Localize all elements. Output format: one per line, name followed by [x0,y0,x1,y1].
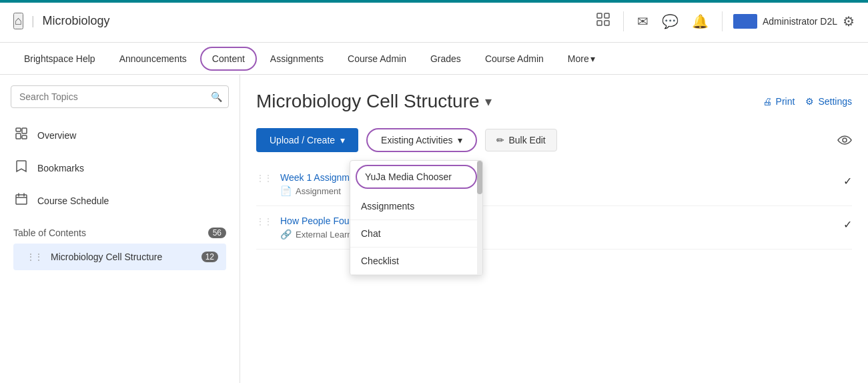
sidebar: 🔍 Overview [0,75,240,383]
nav-more-label: More [568,53,589,64]
dropdown-scroll: YuJa Media Chooser Assignments Chat Chec… [350,161,482,275]
svg-rect-3 [604,21,609,25]
nav-assignments[interactable]: Assignments [260,45,334,72]
toc-label: Table of Contents [13,228,86,238]
nav-more[interactable]: More ▾ [557,45,606,72]
toc-item-microbiology[interactable]: ⋮⋮ Microbiology Cell Structure 12 [13,244,226,270]
content-list: ⋮⋮ Week 1 Assignment D... 📄 Assignment ✓… [256,163,852,250]
mail-icon[interactable]: ✉ [637,13,648,29]
svg-rect-4 [16,128,21,131]
drag-handle-1[interactable]: ⋮⋮ [256,217,272,226]
toc-item-count: 12 [201,252,218,262]
top-bar-left: ⌂ | Microbiology [13,13,110,29]
content-item-0: ⋮⋮ Week 1 Assignment D... 📄 Assignment ✓ [256,163,852,206]
sidebar-nav: Overview Bookmarks Cours [0,119,240,217]
nav-brightspace-help[interactable]: Brightspace Help [13,45,106,72]
svg-rect-2 [597,21,602,25]
existing-activities-button[interactable]: Existing Activities ▾ [366,128,477,152]
settings-label: Settings [818,96,852,107]
bulk-edit-icon: ✏ [496,135,504,145]
dropdown-item-assignments[interactable]: Assignments [350,193,482,220]
page-title: Microbiology Cell Structure ▾ [256,91,492,112]
item-check-0: ✓ [843,175,852,187]
main-layout: 🔍 Overview [0,75,868,383]
user-avatar [733,14,757,29]
print-icon: 🖨 [763,96,772,107]
svg-rect-7 [22,135,27,139]
toc-item-label: Microbiology Cell Structure [51,252,162,262]
overview-icon [13,127,29,143]
scrollbar-track [477,161,482,275]
header-actions: 🖨 Print ⚙ Settings [763,96,852,107]
sidebar-item-overview[interactable]: Overview [5,119,234,151]
drag-handle[interactable]: ⋮⋮ [27,252,43,262]
user-name: Administrator D2L [763,16,837,27]
top-bar-right: ✉ 💬 🔔 Administrator D2L ⚙ [596,11,855,31]
page-title-text: Microbiology Cell Structure [256,91,480,112]
svg-rect-5 [16,133,21,139]
nav-course-admin-2[interactable]: Course Admin [474,45,554,72]
gear-icon[interactable]: ⚙ [843,13,855,29]
existing-label: Existing Activities [381,135,452,145]
user-section: Administrator D2L ⚙ [733,13,855,29]
nav-grades[interactable]: Grades [420,45,472,72]
sidebar-item-schedule[interactable]: Course Schedule [5,184,234,217]
toc-count: 56 [208,228,226,238]
top-bar: ⌂ | Microbiology ✉ 💬 🔔 Administrator D2L… [0,0,868,43]
toc-header: Table of Contents 56 [13,222,226,244]
search-icon[interactable]: 🔍 [211,91,222,102]
calendar-icon [13,192,29,209]
dropdown-item-chat[interactable]: Chat [350,220,482,248]
action-buttons: Upload / Create ▾ Existing Activities ▾ … [256,128,852,152]
scrollbar-thumb[interactable] [477,161,482,194]
nav-content[interactable]: Content [200,47,257,71]
sidebar-item-label-overview: Overview [37,130,76,141]
item-icon-1: 🔗 [280,229,292,240]
content-header: Microbiology Cell Structure ▾ 🖨 Print ⚙ … [256,91,852,112]
title-chevron[interactable]: ▾ [485,93,492,109]
nav-bar: Brightspace Help Announcements Content A… [0,43,868,75]
settings-icon: ⚙ [805,96,814,107]
print-button[interactable]: 🖨 Print [763,96,795,107]
upload-create-button[interactable]: Upload / Create ▾ [256,128,358,152]
bulk-edit-button[interactable]: ✏ Bulk Edit [485,129,556,151]
grid-icon[interactable] [596,13,610,29]
existing-chevron: ▾ [458,135,462,145]
upload-label: Upload / Create [270,135,335,145]
divider2 [722,11,723,31]
content-area: Microbiology Cell Structure ▾ 🖨 Print ⚙ … [240,75,868,383]
item-check-1: ✓ [843,218,852,231]
drag-handle-0[interactable]: ⋮⋮ [256,173,272,183]
svg-rect-8 [16,195,27,204]
teal-bar [0,0,868,3]
nav-more-chevron: ▾ [590,53,595,64]
sidebar-item-label-bookmarks: Bookmarks [37,163,84,173]
separator: | [31,14,35,28]
dropdown-item-yuja[interactable]: YuJa Media Chooser [356,165,477,189]
search-input[interactable] [11,85,229,108]
bookmark-icon [13,159,29,176]
print-label: Print [776,96,795,107]
item-sub-label-0: Assignment [296,186,341,196]
svg-rect-1 [604,13,609,18]
content-item-1: ⋮⋮ How People Found C... 🔗 External Lear… [256,206,852,250]
dropdown-item-checklist[interactable]: Checklist [350,248,482,275]
chat-icon[interactable]: 💬 [662,13,679,29]
item-icon-0: 📄 [280,185,292,196]
course-title: Microbiology [43,14,110,28]
toc-item-left: ⋮⋮ Microbiology Cell Structure [27,252,162,262]
svg-rect-0 [597,13,602,18]
sidebar-item-bookmarks[interactable]: Bookmarks [5,151,234,184]
nav-announcements[interactable]: Announcements [109,45,197,72]
top-bar-icons: ✉ 💬 🔔 [596,11,723,31]
bell-icon[interactable]: 🔔 [692,13,709,29]
search-box: 🔍 [11,85,229,108]
svg-rect-6 [22,128,27,133]
upload-chevron: ▾ [340,135,345,145]
sidebar-item-label-schedule: Course Schedule [37,196,109,206]
divider [623,11,624,31]
nav-course-admin[interactable]: Course Admin [337,45,417,72]
existing-activities-dropdown: YuJa Media Chooser Assignments Chat Chec… [350,160,483,276]
home-icon[interactable]: ⌂ [13,13,23,29]
settings-button[interactable]: ⚙ Settings [805,96,852,107]
